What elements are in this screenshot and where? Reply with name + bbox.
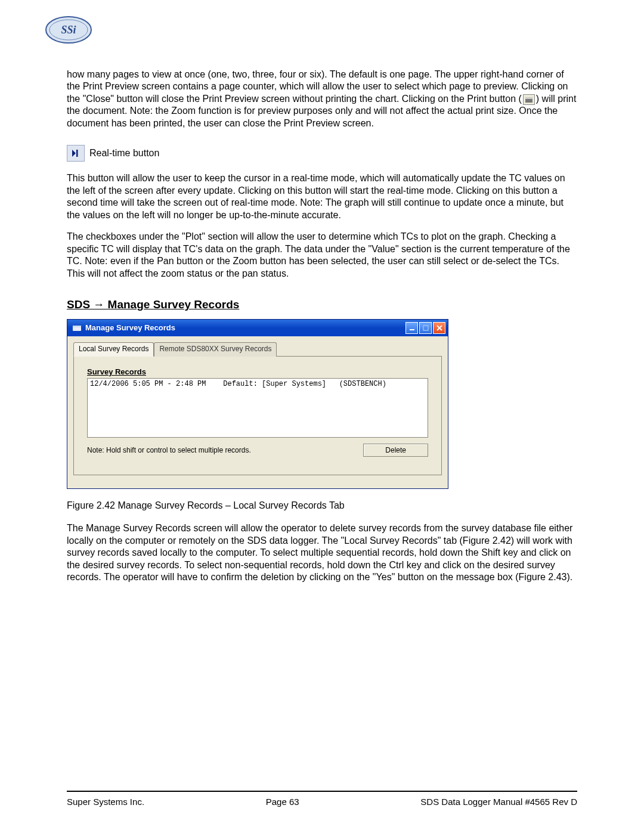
realtime-button-label: Real-time button: [89, 147, 159, 159]
page-footer: Super Systems Inc. Page 63 SDS Data Logg…: [67, 791, 577, 807]
window-close-button[interactable]: [433, 322, 445, 334]
manage-survey-records-window: Manage Survey Records Local Survey Recor…: [67, 319, 448, 488]
footer-company: Super Systems Inc.: [67, 797, 144, 807]
list-item[interactable]: 12/4/2006 5:05 PM - 2:48 PM Default: [Su…: [90, 380, 386, 388]
ssi-logo: SSi: [45, 15, 92, 45]
window-maximize-button[interactable]: [419, 322, 432, 334]
tab-local-survey-records[interactable]: Local Survey Records: [73, 342, 154, 356]
svg-rect-7: [423, 326, 428, 330]
footer-document-title: SDS Data Logger Manual #4565 Rev D: [420, 797, 577, 807]
svg-rect-3: [76, 150, 78, 157]
window-app-icon: [72, 324, 82, 332]
multi-select-note: Note: Hold shift or control to select mu…: [87, 446, 251, 455]
section-heading-manage-survey: SDS → Manage Survey Records: [67, 298, 577, 312]
survey-records-label: Survey Records: [87, 367, 428, 377]
tab-remote-survey-records[interactable]: Remote SDS80XX Survey Records: [154, 342, 277, 356]
paragraph-manage-survey-records: The Manage Survey Records screen will al…: [67, 522, 577, 583]
window-titlebar: Manage Survey Records: [67, 320, 448, 336]
svg-rect-5: [73, 326, 81, 327]
svg-rect-6: [410, 329, 414, 330]
realtime-button-icon: [67, 145, 85, 162]
printer-icon: [523, 94, 535, 105]
survey-records-listbox[interactable]: 12/4/2006 5:05 PM - 2:48 PM Default: [Su…: [87, 378, 428, 438]
footer-rule: [67, 791, 577, 792]
paragraph-plot-checkboxes: The checkboxes under the "Plot" section …: [67, 231, 577, 280]
tab-panel-local: Survey Records 12/4/2006 5:05 PM - 2:48 …: [73, 356, 442, 475]
figure-caption: Figure 2.42 Manage Survey Records – Loca…: [67, 500, 577, 512]
text: how many pages to view at once (one, two…: [67, 69, 568, 104]
window-minimize-button[interactable]: [405, 322, 418, 334]
delete-button[interactable]: Delete: [363, 444, 428, 457]
svg-text:SSi: SSi: [61, 24, 76, 36]
footer-page-number: Page 63: [266, 797, 299, 807]
paragraph-print-preview: how many pages to view at once (one, two…: [67, 69, 577, 129]
window-title: Manage Survey Records: [85, 323, 175, 333]
paragraph-realtime: This button will allow the user to keep …: [67, 172, 577, 221]
